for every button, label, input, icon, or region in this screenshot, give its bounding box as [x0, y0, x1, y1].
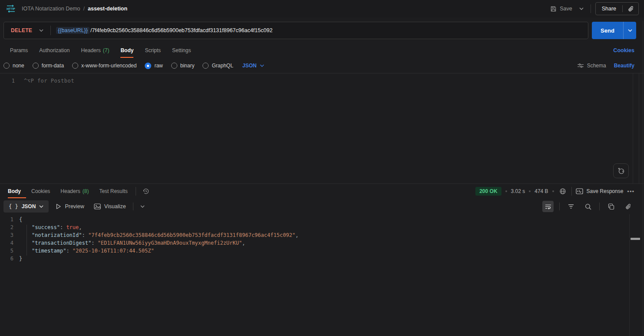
radio-label: binary	[180, 63, 195, 69]
code-line: 1{	[0, 216, 644, 223]
code-line-content: "notarizationId": "7f4feb9cb2560c358846c…	[19, 232, 299, 238]
save-options-chevron[interactable]	[577, 4, 586, 13]
response-format-selector[interactable]: { } JSON	[3, 200, 49, 213]
radio-icon	[171, 63, 177, 69]
radio-label: GraphQL	[212, 63, 233, 69]
schema-button[interactable]: Schema	[577, 63, 606, 69]
image-icon	[94, 203, 101, 210]
beautify-button[interactable]: Beautify	[614, 63, 634, 69]
code-line-content: "transactionDigest": "ED1LFAN1UNw56iyyG3…	[19, 240, 245, 246]
method-label: DELETE	[11, 27, 32, 33]
more-actions-icon[interactable]: •••	[627, 188, 634, 195]
preview-label: Preview	[65, 203, 84, 210]
tab-count-badge: (8)	[83, 188, 89, 194]
save-button[interactable]: Save	[550, 6, 572, 12]
response-tab-headers[interactable]: Headers(8)	[55, 184, 94, 199]
body-type-none[interactable]: none	[3, 63, 24, 69]
tab-label: Params	[10, 47, 28, 53]
code-line: 4 "transactionDigest": "ED1LFAN1UNw56iyy…	[0, 239, 644, 247]
meta-divider	[571, 187, 572, 196]
response-tabs-divider	[136, 187, 136, 196]
tab-scripts[interactable]: Scripts	[139, 43, 166, 58]
response-body-viewer[interactable]: 1{2 "success": true,3 "notarizationId": …	[0, 214, 644, 336]
send-button[interactable]: Send	[592, 22, 623, 39]
top-header: HTTP IOTA Notarization Demo / assest-del…	[0, 0, 644, 17]
response-tabs: BodyCookiesHeaders(8)Test Results	[3, 184, 133, 199]
status-badge: 200 OK	[475, 187, 501, 196]
copy-link-icon[interactable]	[623, 3, 638, 15]
link-icon[interactable]	[622, 201, 634, 212]
request-body-editor[interactable]: 1 ^⌥P for Postbot	[0, 73, 644, 183]
raw-language-label: JSON	[242, 63, 257, 69]
send-options-chevron[interactable]	[623, 22, 636, 39]
breadcrumb-request-name[interactable]: assest-deletion	[88, 6, 127, 12]
postbot-button[interactable]	[613, 163, 629, 178]
raw-language-selector[interactable]: JSON	[242, 63, 264, 69]
meta-dot	[552, 190, 554, 192]
save-response-button[interactable]: Save Response	[576, 188, 624, 194]
editor-line-number: 1	[0, 78, 15, 84]
visualize-button[interactable]: Visualize	[91, 203, 129, 210]
radio-icon	[72, 63, 78, 69]
history-icon[interactable]	[141, 186, 151, 196]
indent-guide	[27, 225, 27, 256]
tab-authorization[interactable]: Authorization	[33, 43, 75, 58]
code-line: 6}	[0, 255, 644, 263]
response-tab-test-results[interactable]: Test Results	[94, 184, 133, 199]
radio-icon	[33, 63, 39, 69]
filter-icon[interactable]	[565, 201, 577, 212]
code-line-number: 2	[0, 224, 19, 230]
wrap-lines-icon[interactable]	[542, 201, 554, 212]
request-tabs-row: ParamsAuthorizationHeaders(7)BodyScripts…	[0, 43, 644, 58]
response-toolbar-right	[542, 201, 634, 212]
editor-line: 1 ^⌥P for Postbot	[0, 77, 644, 85]
visualize-options-chevron[interactable]	[138, 202, 147, 211]
body-type-row: noneform-datax-www-form-urlencodedrawbin…	[0, 58, 644, 73]
body-type-raw[interactable]: raw	[145, 63, 163, 69]
response-tab-cookies[interactable]: Cookies	[26, 184, 55, 199]
tab-label: Cookies	[31, 188, 50, 194]
tab-headers[interactable]: Headers(7)	[75, 43, 115, 58]
response-scrollbar-thumb[interactable]	[631, 238, 640, 240]
url-input[interactable]: {{baseURL}} /7f4feb9cb2560c358846c6d56b5…	[51, 27, 272, 34]
postbot-icon	[617, 167, 625, 175]
base-url-variable[interactable]: {{baseURL}}	[56, 27, 90, 34]
tab-body[interactable]: Body	[115, 43, 139, 58]
code-line-content: "success": true,	[19, 224, 82, 230]
body-type-x-www-form-urlencoded[interactable]: x-www-form-urlencoded	[72, 63, 136, 69]
response-tab-body[interactable]: Body	[8, 184, 26, 199]
url-box: DELETE {{baseURL}} /7f4feb9cb2560c358846…	[3, 22, 588, 39]
url-path: /7f4feb9cb2560c358846c6d56b5900eb753fdfa…	[90, 27, 272, 33]
network-info-globe-icon[interactable]	[558, 186, 568, 196]
save-response-label: Save Response	[587, 188, 624, 194]
editor-scrollbar-track[interactable]	[633, 73, 633, 183]
code-line-number: 4	[0, 240, 19, 246]
tab-label: Body	[120, 47, 133, 53]
body-type-form-data[interactable]: form-data	[33, 63, 64, 69]
body-type-graphql[interactable]: GraphQL	[202, 63, 233, 69]
response-panel: BodyCookiesHeaders(8)Test Results 200 OK…	[0, 183, 644, 336]
preview-button[interactable]: Preview	[53, 203, 86, 210]
code-line: 5 "timestamp": "2025-10-16T11:07:44.505Z…	[0, 247, 644, 255]
radio-icon	[202, 63, 209, 69]
tab-settings[interactable]: Settings	[166, 43, 196, 58]
window-right-edge	[643, 21, 643, 336]
tab-params[interactable]: Params	[4, 43, 33, 58]
tab-label: Scripts	[145, 47, 161, 53]
code-line-content: "timestamp": "2025-10-16T11:07:44.505Z"	[19, 248, 154, 254]
breadcrumb-collection[interactable]: IOTA Notarization Demo	[22, 6, 80, 12]
cookies-link[interactable]: Cookies	[613, 47, 634, 53]
search-icon[interactable]	[582, 201, 594, 212]
tab-label: Headers	[60, 188, 80, 194]
radio-label: x-www-form-urlencoded	[81, 63, 136, 69]
share-button[interactable]: Share	[596, 3, 622, 15]
braces-icon: { }	[9, 203, 18, 210]
app-window: HTTP IOTA Notarization Demo / assest-del…	[0, 0, 644, 336]
copy-icon[interactable]	[605, 201, 617, 212]
response-meta: 200 OK 3.02 s 474 B Save Response •••	[475, 186, 634, 196]
save-label: Save	[560, 6, 572, 12]
send-button-group: Send	[592, 22, 636, 39]
toolbar-divider	[133, 203, 133, 210]
method-selector[interactable]: DELETE	[4, 27, 50, 33]
body-type-binary[interactable]: binary	[171, 63, 195, 69]
